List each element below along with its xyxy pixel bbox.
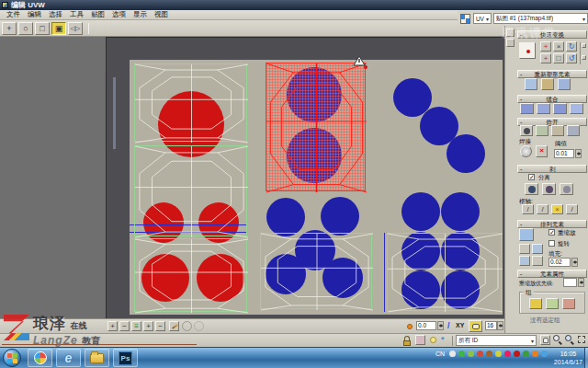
priority-field[interactable] — [563, 278, 577, 287]
rollout-element-properties[interactable]: - 元素属性 — [517, 270, 587, 278]
freeform-tool-button[interactable]: ▣ — [51, 22, 66, 35]
show-desktop-button[interactable] — [584, 348, 588, 368]
flatten-button[interactable] — [567, 125, 580, 136]
pack-button[interactable] — [519, 228, 534, 241]
material-id-dropdown[interactable]: 所有 ID ▾ — [456, 335, 537, 346]
zoom-region-button[interactable] — [565, 335, 577, 347]
ie-taskbar-button[interactable]: e — [56, 349, 81, 367]
pivot-active-button[interactable]: × — [551, 204, 563, 214]
pivot-edit-button[interactable]: / — [537, 204, 548, 214]
rollout-stitch[interactable]: - 缝合 — [517, 95, 587, 103]
align-h-button[interactable]: + — [540, 41, 551, 52]
rotate-tool-button[interactable]: ○ — [18, 22, 33, 35]
tray-icon[interactable] — [523, 351, 529, 357]
stitch-average-button[interactable] — [553, 103, 567, 114]
arrange-v-button[interactable] — [532, 244, 543, 254]
scale-tool-button[interactable]: □ — [35, 22, 50, 35]
scale-sm-button[interactable]: □ — [553, 53, 564, 63]
mini-option-button[interactable] — [582, 43, 586, 48]
menu-item[interactable]: 编辑 — [24, 10, 45, 19]
stitch-source-button[interactable] — [537, 103, 550, 114]
detach-button[interactable] — [551, 125, 564, 136]
axis-label[interactable]: XY — [456, 322, 464, 328]
create-group-button[interactable] — [529, 298, 542, 309]
taskbar-clock[interactable]: 16:05 2014/6/17 — [554, 350, 582, 366]
grid-snap-icon-button[interactable] — [558, 78, 571, 90]
arrange-grid-button[interactable] — [519, 256, 530, 266]
uv-canvas[interactable] — [106, 37, 504, 318]
u-coordinate-field[interactable]: 0.0 — [416, 321, 436, 330]
menu-item[interactable]: 显示 — [130, 10, 151, 19]
tray-icon[interactable] — [532, 351, 538, 357]
pivot-center-button[interactable]: / — [566, 204, 578, 214]
show-map-icon[interactable] — [460, 14, 470, 24]
rotate-checkbox[interactable] — [548, 240, 555, 247]
padding-field[interactable]: 0.02 — [548, 258, 571, 267]
selected-uv-shell[interactable] — [266, 63, 366, 191]
arrange-h-button[interactable] — [519, 244, 530, 254]
peel-mode-button[interactable] — [542, 183, 556, 195]
filter-faces-button[interactable] — [415, 335, 425, 345]
lock-selection-button[interactable] — [402, 335, 413, 347]
u-spinner[interactable] — [437, 321, 444, 330]
menu-item[interactable]: 选择 — [45, 10, 66, 19]
uv-shell[interactable] — [134, 145, 247, 236]
align-x-button[interactable]: × — [553, 41, 564, 52]
titlebar[interactable]: 编辑 UVW — [0, 0, 588, 10]
menu-item[interactable]: 视图 — [151, 10, 172, 19]
tray-icon[interactable] — [514, 351, 520, 357]
pivot-reset-button[interactable]: / — [522, 204, 534, 214]
photoshop-taskbar-button[interactable]: Ps — [113, 349, 138, 367]
move-tool-button[interactable]: + — [2, 22, 17, 35]
priority-spinner[interactable] — [578, 278, 584, 287]
break-button[interactable] — [536, 125, 548, 136]
separate-checkbox[interactable]: ✓ — [528, 174, 535, 180]
mini-option-button2[interactable] — [582, 55, 586, 60]
tray-icon[interactable] — [541, 351, 548, 357]
menu-item[interactable]: 工具 — [66, 10, 87, 19]
threshold-field[interactable]: 0.01 — [554, 149, 574, 158]
uv-shell[interactable] — [260, 233, 372, 309]
selection-handle-dot[interactable] — [364, 65, 368, 69]
menu-item[interactable]: 选项 — [108, 10, 130, 19]
rotate-ccw-button[interactable]: ↺ — [566, 53, 577, 63]
tray-icon[interactable] — [449, 351, 456, 357]
explorer-taskbar-button[interactable] — [85, 349, 109, 367]
uv-shell[interactable] — [134, 63, 247, 142]
ungroup-button[interactable] — [546, 298, 559, 309]
uv-shell[interactable] — [387, 233, 502, 311]
rotate-cw-button[interactable]: ↻ — [566, 41, 577, 52]
relax-icon-button[interactable] — [525, 78, 537, 90]
padding-spinner[interactable] — [571, 258, 578, 267]
uv-mode-dropdown[interactable]: UV ▾ — [473, 13, 492, 24]
grid-size-field[interactable]: 16 — [485, 321, 497, 330]
zoom-button[interactable] — [553, 335, 565, 347]
break-weld-button[interactable]: × — [536, 145, 548, 157]
rollout-arrange[interactable]: - 排列元素 — [517, 220, 587, 228]
freeform-gizmo-button[interactable] — [519, 42, 536, 59]
tray-icon[interactable] — [477, 351, 483, 357]
select-group-button[interactable] — [562, 298, 575, 309]
menu-item[interactable]: 文件 — [3, 10, 24, 19]
tray-icon[interactable] — [468, 351, 474, 357]
rollout-reshape[interactable]: - 重新塑形元素 — [517, 70, 587, 78]
quick-peel-button[interactable] — [525, 183, 538, 195]
stitch-custom-button[interactable] — [520, 103, 534, 114]
explode-button[interactable] — [520, 125, 533, 136]
language-indicator[interactable]: CN — [435, 351, 445, 357]
straighten-icon-button[interactable] — [541, 78, 554, 90]
tray-icon[interactable] — [504, 351, 511, 357]
grid-spinner[interactable] — [497, 321, 503, 330]
threshold-spinner[interactable] — [575, 149, 582, 158]
pan-button[interactable] — [540, 335, 550, 345]
rescale-checkbox[interactable]: ✓ — [548, 229, 555, 236]
menu-item[interactable]: 贴图 — [87, 10, 108, 19]
tray-icon[interactable] — [458, 351, 465, 357]
browser-taskbar-button[interactable] — [28, 349, 52, 367]
grid-snap-toggle[interactable] — [469, 320, 482, 332]
start-button[interactable] — [3, 349, 21, 367]
uv-shell[interactable] — [134, 238, 247, 312]
texture-dropdown[interactable]: 贴图 #1 (137map4.tif) ▾ — [493, 13, 588, 24]
tray-icon[interactable] — [495, 351, 502, 357]
weld-selected-button[interactable] — [520, 145, 532, 157]
